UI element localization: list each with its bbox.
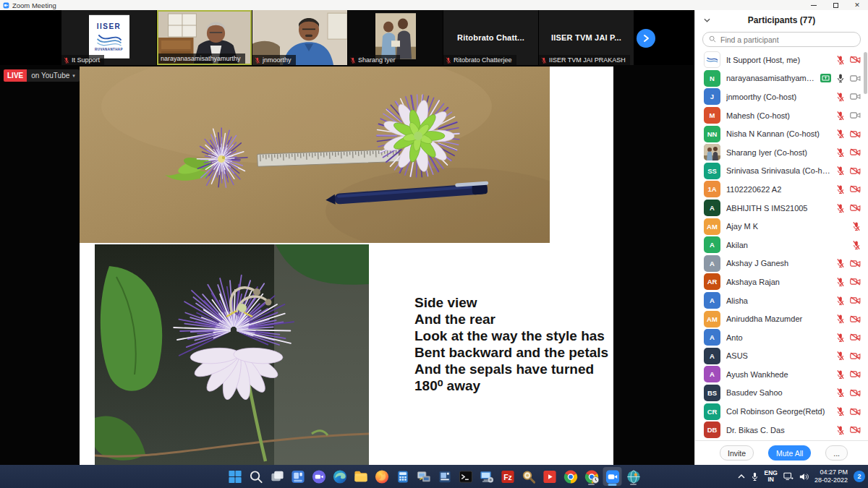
participant-row[interactable]: AMAjay M K: [695, 217, 868, 236]
camera-off-icon: [850, 352, 861, 360]
svg-text:Fz: Fz: [503, 472, 512, 481]
camera-off-icon: [850, 315, 861, 323]
mute-all-button[interactable]: Mute All: [768, 445, 811, 461]
participant-name: Akshay J Ganesh: [726, 259, 830, 267]
tray-mic-icon[interactable]: [751, 472, 759, 481]
taskbar-terminal-icon[interactable]: [456, 467, 475, 486]
video-tile[interactable]: Ritobrato Chatt...Ritobrato Chatterjee: [443, 10, 538, 65]
iiser-waves-icon: [95, 31, 123, 47]
participant-name: Alisha: [726, 296, 830, 305]
invite-button[interactable]: Invite: [720, 445, 754, 461]
mic-muted-icon: [836, 258, 845, 268]
camera-off-icon: [850, 148, 861, 156]
search-input[interactable]: [702, 32, 861, 47]
taskbar-chrome-secondary-icon[interactable]: [582, 467, 601, 486]
taskbar-search-tool-icon[interactable]: [519, 467, 538, 486]
live-platform-dropdown[interactable]: on YouTube ▾: [27, 69, 80, 82]
participant-row[interactable]: 1A1102220622 A2: [695, 180, 868, 199]
participant-row[interactable]: MMahesh (Co-host): [695, 106, 868, 125]
video-tile[interactable]: jnmoorthy: [252, 10, 347, 65]
tray-expand-button[interactable]: [738, 474, 745, 479]
video-tile[interactable]: Sharang Iyer: [348, 10, 443, 65]
avatar: DB: [704, 421, 720, 438]
avatar: 1A: [704, 181, 720, 197]
taskbar-globe-app-icon[interactable]: [624, 467, 643, 486]
participant-row[interactable]: ARAkshaya Rajan: [695, 273, 868, 291]
participant-row[interactable]: AASUS: [695, 347, 868, 366]
mic-muted-icon: [852, 240, 861, 250]
taskbar-widgets-icon[interactable]: [289, 467, 307, 486]
scrollbar-thumb[interactable]: [864, 52, 867, 94]
network-icon[interactable]: [783, 472, 793, 481]
camera-off-icon: [850, 408, 861, 416]
mic-muted-icon: [836, 351, 845, 361]
minimize-icon: [811, 5, 817, 6]
participant-row[interactable]: AABHIJITH S IMS21005: [695, 199, 868, 218]
video-tile[interactable]: IISERRUVANANTHAPIt Support: [61, 10, 156, 65]
participant-row[interactable]: SSSrinivasa Srinivasula (Co-host): [695, 162, 868, 181]
participant-row[interactable]: AAlisha: [695, 291, 868, 310]
taskbar-firefox-icon[interactable]: [373, 467, 391, 486]
mic-muted-icon: [836, 296, 845, 306]
participant-row[interactable]: Nnarayanasamisathyamurthy (Co-host): [695, 69, 868, 88]
mic-muted-icon: [836, 388, 845, 398]
participant-row[interactable]: Sharang Iyer (Co-host): [695, 143, 868, 162]
collapse-panel-button[interactable]: [704, 18, 710, 22]
notification-badge[interactable]: 2: [854, 471, 865, 482]
camera-on-icon: [850, 111, 861, 119]
avatar: [704, 144, 720, 160]
next-videos-button[interactable]: [637, 29, 655, 48]
taskbar-remote-desktop-icon[interactable]: [414, 467, 433, 486]
language-indicator[interactable]: ENGIN: [765, 470, 778, 483]
taskbar-calculator-icon[interactable]: [393, 467, 412, 486]
taskbar-task-view-icon[interactable]: [268, 467, 286, 486]
participant-name: Sharang Iyer (Co-host): [726, 148, 830, 157]
taskbar-pc-settings-icon[interactable]: [477, 467, 496, 486]
close-button[interactable]: ✕: [846, 0, 868, 10]
participant-name-label: jnmoorthy: [252, 55, 296, 65]
participant-row[interactable]: It Support (Host, me): [695, 51, 868, 69]
participant-row[interactable]: AAkshay J Ganesh: [695, 254, 868, 273]
participant-status-icons: [852, 221, 861, 231]
participant-row[interactable]: AAkilan: [695, 236, 868, 254]
taskbar-edge-icon[interactable]: [331, 467, 349, 486]
participant-row[interactable]: CRCol Robinson George(Retd): [695, 402, 868, 421]
participant-search: [702, 32, 861, 47]
participant-name: Akilan: [726, 241, 846, 249]
participant-row[interactable]: NNNisha N Kannan (Co-host): [695, 124, 868, 143]
participant-row[interactable]: AMAniruddha Mazumder: [695, 309, 868, 328]
video-tile[interactable]: narayanasamisathyamurthy: [157, 10, 252, 65]
participant-row[interactable]: AAyush Wankhede: [695, 365, 868, 384]
video-tile[interactable]: IISER TVM JAI P...IISER TVM JAI PRAKASH: [539, 10, 634, 65]
participant-name: Basudev Sahoo: [726, 388, 830, 397]
mic-muted-icon: [836, 184, 845, 194]
participant-name: jnmoorthy (Co-host): [726, 93, 830, 101]
participant-row[interactable]: BSBasudev Sahoo: [695, 384, 868, 403]
maximize-button[interactable]: [825, 0, 846, 10]
mic-muted-icon: [836, 147, 845, 158]
participant-name: Akshaya Rajan: [726, 278, 830, 286]
taskbar-filezilla-icon[interactable]: Fz: [498, 467, 517, 486]
participant-name-label: It Support: [61, 55, 104, 65]
taskbar-search-icon[interactable]: [247, 467, 265, 486]
taskbar-system-window-icon[interactable]: [435, 467, 454, 486]
taskbar-zoom-icon[interactable]: [603, 467, 622, 486]
participant-row[interactable]: Jjnmoorthy (Co-host): [695, 87, 868, 106]
maximize-icon: [833, 3, 838, 8]
participant-row[interactable]: DBDr. Bikas C. Das: [695, 421, 868, 439]
slide-text-line: And the rear: [414, 311, 611, 328]
participant-status-icons: [836, 129, 861, 139]
minimize-button[interactable]: [803, 0, 825, 10]
taskbar-meet-app-icon[interactable]: [310, 467, 328, 486]
participant-name: Srinivasa Srinivasula (Co-host): [726, 166, 830, 175]
mic-on-icon: [836, 73, 845, 83]
taskbar-chrome-icon[interactable]: [561, 467, 580, 486]
participant-status-icons: [836, 425, 861, 435]
volume-icon[interactable]: [799, 473, 809, 481]
taskbar-start-icon[interactable]: [226, 467, 244, 486]
taskbar-clock[interactable]: 04:27 PM28-02-2022: [814, 468, 848, 484]
participant-row[interactable]: AAnto: [695, 328, 868, 347]
more-options-button[interactable]: ...: [825, 445, 848, 461]
taskbar-media-player-icon[interactable]: [540, 467, 559, 486]
taskbar-file-explorer-icon[interactable]: [352, 467, 370, 486]
